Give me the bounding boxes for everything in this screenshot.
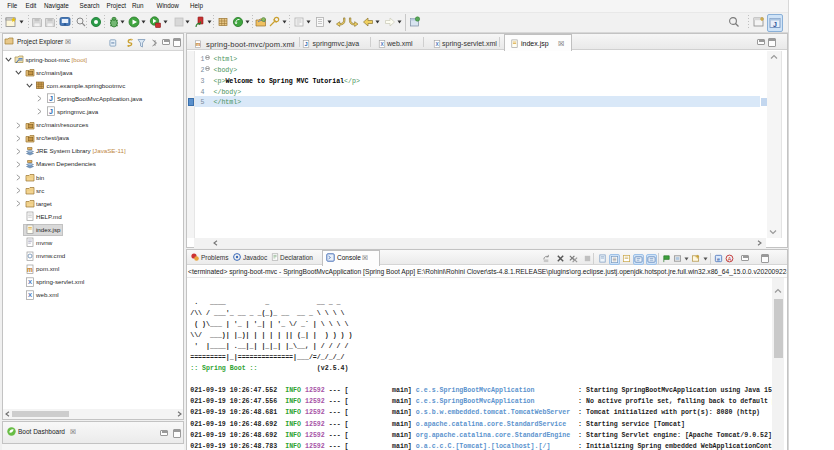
svg-text:m: m (27, 266, 33, 273)
svg-text:J: J (49, 108, 53, 115)
svg-text:X: X (27, 292, 31, 298)
svg-text:J: J (773, 21, 777, 28)
svg-text:J: J (304, 41, 307, 47)
svg-text:X: X (27, 279, 31, 285)
svg-text:J: J (49, 95, 53, 102)
svg-text:e: e (717, 256, 720, 262)
svg-text:A: A (728, 256, 732, 262)
svg-text:m: m (196, 41, 201, 47)
